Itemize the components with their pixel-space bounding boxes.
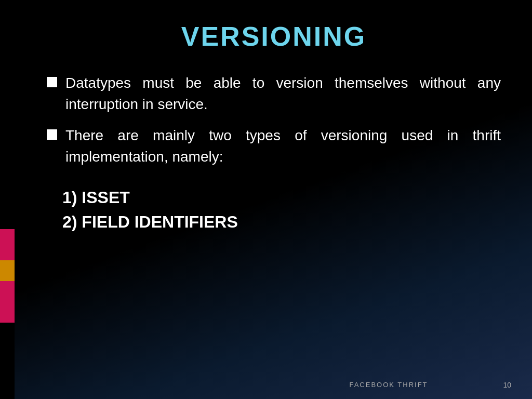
bullet-text-1: Datatypes must be able to version themse… <box>65 73 501 115</box>
slide-footer: FACEBOOK THRIFT 10 <box>0 381 532 389</box>
bar-segment-gold <box>0 260 15 281</box>
footer-brand: FACEBOOK THRIFT <box>266 381 511 389</box>
bullet-marker-2 <box>47 129 57 140</box>
slide: VERSIONING Datatypes must be able to ver… <box>0 0 532 399</box>
slide-title: VERSIONING <box>47 21 501 52</box>
left-decorative-bar <box>0 0 15 399</box>
bullet-item-1: Datatypes must be able to version themse… <box>47 73 501 115</box>
footer-page-number: 10 <box>503 381 511 389</box>
bar-segment-pink <box>0 229 15 260</box>
bar-segment-black-top <box>0 0 15 229</box>
slide-content: Datatypes must be able to version themse… <box>47 73 501 368</box>
numbered-item-2: 2) FIELD IDENTIFIERS <box>62 212 501 232</box>
bullet-marker-1 <box>47 77 57 87</box>
bullet-item-2: There are mainly two types of versioning… <box>47 125 501 167</box>
numbered-item-1: 1) ISSET <box>62 188 501 207</box>
bullet-text-2: There are mainly two types of versioning… <box>65 125 501 167</box>
numbered-list: 1) ISSET 2) FIELD IDENTIFIERS <box>62 188 501 232</box>
bar-segment-pink-bottom <box>0 281 15 323</box>
